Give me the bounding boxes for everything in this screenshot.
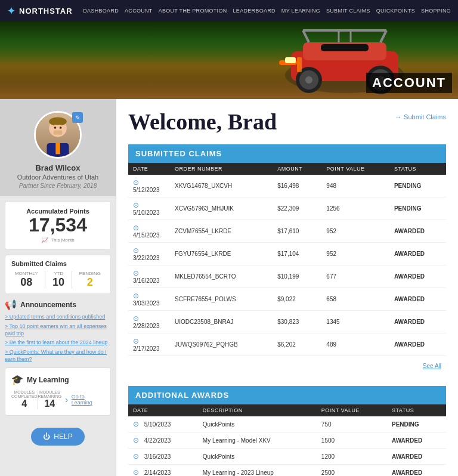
submitted-claims-tbody: ⊙ 5/12/2023 XKVG14678_UXCVH $16,498 948 … (128, 175, 446, 356)
table-row: ⊙ 5/12/2023 XKVG14678_UXCVH $16,498 948 … (128, 175, 446, 197)
nav-link-about-the-promotion[interactable]: ABOUT THE PROMOTION (159, 8, 227, 14)
claim-date: ⊙ 2/28/2023 (128, 311, 170, 333)
claim-points: 948 (321, 175, 389, 197)
clock-icon: ⊙ (133, 420, 143, 428)
submitted-claims-header: SUBMITTED CLAIMS (128, 144, 446, 163)
claim-points: 1256 (321, 197, 389, 220)
nav-link-my-learning[interactable]: MY LEARNING (281, 8, 320, 14)
see-all-row: See All (128, 356, 446, 375)
announcements-title: Announcements (20, 301, 76, 309)
claim-order: MKLED76554_BCRTO (170, 265, 273, 288)
announce-icon: 📢 (5, 299, 17, 310)
svg-point-26 (54, 126, 57, 129)
claims-col-status: STATUS (389, 163, 446, 175)
award-status: AWARDED (387, 465, 446, 477)
svg-point-10 (305, 76, 312, 84)
awards-col-date: DATE (128, 404, 198, 416)
claims-divider2 (72, 271, 72, 289)
claim-status: AWARDED (389, 220, 446, 243)
award-description: QuickPoints (198, 416, 317, 432)
clock-icon: ⊙ (133, 292, 143, 300)
svg-rect-16 (321, 44, 369, 51)
learning-section: 🎓 My Learning MODULES COMPLETED 4 MODULE… (5, 367, 111, 416)
claim-points: 952 (321, 243, 389, 265)
clock-icon: ⊙ (133, 452, 143, 460)
clock-icon: ⊙ (133, 468, 143, 476)
modules-completed: MODULES COMPLETED 4 (11, 390, 38, 409)
hero-account-label: ACCOUNT (366, 73, 452, 93)
announcement-link[interactable]: > Updated terms and conditions published (5, 314, 111, 321)
claim-monthly: MONTHLY 08 (15, 271, 38, 289)
claim-pending-value: 2 (79, 276, 101, 289)
award-date: ⊙ 2/14/2023 (128, 465, 198, 477)
edit-profile-icon[interactable]: ✎ (72, 112, 83, 123)
claim-order: FGYU76554_LKRDE (170, 243, 273, 265)
claim-date: ⊙ 3/16/2023 (128, 265, 170, 288)
logo-text: NORTHSTAR (19, 7, 73, 16)
logo-star-icon: ✦ (7, 5, 16, 17)
claim-date: ⊙ 2/17/2023 (128, 333, 170, 356)
nav-link-submit-claims[interactable]: SUBMIT CLAIMS (326, 8, 370, 14)
welcome-title: Welcome, Brad (128, 109, 277, 135)
claim-monthly-value: 08 (15, 276, 38, 289)
clock-icon: ⊙ (133, 178, 143, 187)
claim-ytd-label: YTD (52, 271, 64, 276)
claim-amount: $6,202 (273, 333, 321, 356)
announcement-link[interactable]: > Top 10 point earners win an all expens… (5, 323, 111, 337)
award-description: My Learning - Model XKV (198, 432, 317, 449)
claim-status: AWARDED (389, 311, 446, 333)
claim-ytd: YTD 10 (52, 271, 64, 289)
svg-point-21 (49, 117, 67, 126)
claim-order: XCVG57963_MHJUIK (170, 197, 273, 220)
help-button[interactable]: ⏻ HELP (31, 428, 84, 446)
submitted-claims-see-all[interactable]: See All (423, 363, 441, 369)
award-date: ⊙ 4/22/2023 (128, 432, 198, 449)
content-area: Welcome, Brad → Submit Claims SUBMITTED … (116, 99, 458, 476)
nav-link-shopping[interactable]: SHOPPING (421, 8, 451, 14)
claim-ytd-value: 10 (52, 276, 64, 289)
award-points: 1200 (317, 449, 387, 465)
table-row: ⊙ 4/22/2023 My Learning - Model XKV 1500… (128, 432, 446, 449)
table-row: ⊙ 3/03/2023 SCFRE76554_POLWS $9,022 658 … (128, 288, 446, 311)
clock-icon: ⊙ (133, 201, 143, 209)
claim-order: ZCVM76554_LKRDE (170, 220, 273, 243)
announcement-link[interactable]: > QuickPoints: What are they and how do … (5, 349, 111, 363)
claims-section: Submitted Claims MONTHLY 08 YTD 10 PENDI… (5, 255, 111, 294)
award-points: 1500 (317, 432, 387, 449)
award-description: QuickPoints (198, 449, 317, 465)
clock-icon: ⊙ (133, 436, 143, 444)
additional-awards-thead: DATEDESCRIPTIONPOINT VALUESTATUS (128, 404, 446, 416)
nav-link-leaderboard[interactable]: LEADERBOARD (233, 8, 276, 14)
table-row: ⊙ 4/15/2023 ZCVM76554_LKRDE $17,610 952 … (128, 220, 446, 243)
claim-amount: $22,309 (273, 197, 321, 220)
svg-rect-25 (54, 131, 63, 135)
learning-stats: MODULES COMPLETED 4 MODULES REMAINING 14… (11, 390, 104, 409)
claims-col-amount: AMOUNT (273, 163, 321, 175)
award-date: ⊙ 5/10/2023 (128, 416, 198, 432)
claim-amount: $16,498 (273, 175, 321, 197)
top-navigation: ✦ NORTHSTAR DASHBOARDACCOUNTABOUT THE PR… (0, 0, 458, 21)
profile-company: Outdoor Adventures of Utah (7, 174, 109, 181)
awards-col-status: STATUS (387, 404, 446, 416)
svg-line-4 (380, 30, 386, 42)
go-to-learning-link[interactable]: Go to Learning (72, 394, 104, 406)
hero-banner: ACCOUNT (0, 21, 458, 99)
logo: ✦ NORTHSTAR (7, 5, 73, 17)
submit-claims-link[interactable]: → Submit Claims (395, 113, 446, 120)
claim-pending: PENDING 2 (79, 271, 101, 289)
claim-points: 489 (321, 333, 389, 356)
nav-link-account[interactable]: ACCOUNT (125, 8, 153, 14)
points-sub-text: This Month (51, 237, 75, 243)
announcement-link[interactable]: > Be the first to learn about the 2024 l… (5, 339, 111, 347)
claim-amount: $9,022 (273, 288, 321, 311)
claim-date: ⊙ 3/22/2023 (128, 243, 170, 265)
svg-point-27 (60, 126, 62, 129)
award-status: AWARDED (387, 432, 446, 449)
nav-link-quickpoints[interactable]: QUICKPOINTS (376, 8, 415, 14)
awards-col-point-value: POINT VALUE (317, 404, 387, 416)
claim-status: AWARDED (389, 243, 446, 265)
table-row: ⊙ 5/10/2023 XCVG57963_MHJUIK $22,309 125… (128, 197, 446, 220)
nav-link-dashboard[interactable]: DASHBOARD (83, 8, 119, 14)
claims-divider (45, 271, 45, 289)
learning-header: 🎓 My Learning (11, 374, 104, 385)
